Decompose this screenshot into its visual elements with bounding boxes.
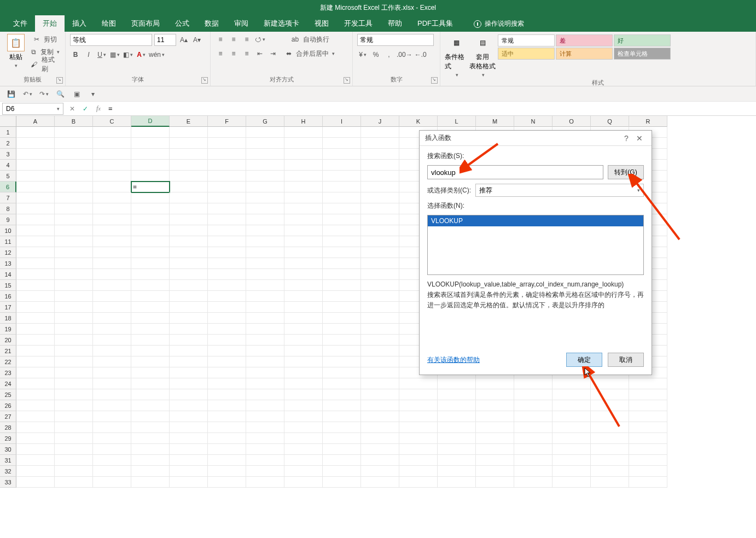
cell[interactable] — [438, 433, 476, 444]
cell[interactable] — [323, 182, 361, 192]
cell[interactable] — [514, 444, 553, 455]
cell[interactable] — [55, 127, 93, 138]
cell[interactable] — [323, 171, 361, 182]
cell[interactable] — [55, 411, 93, 422]
cell[interactable] — [131, 203, 170, 214]
cell[interactable] — [170, 346, 208, 356]
cell[interactable] — [476, 378, 514, 389]
cell[interactable] — [246, 269, 284, 280]
tab-developer[interactable]: 开发工具 — [336, 15, 380, 32]
cell[interactable] — [361, 203, 399, 214]
cell[interactable] — [323, 433, 361, 444]
cell[interactable] — [208, 378, 246, 389]
row-header[interactable]: 10 — [0, 225, 16, 236]
cell[interactable] — [170, 291, 208, 302]
row-header[interactable]: 21 — [0, 346, 16, 356]
cell[interactable] — [323, 302, 361, 313]
cell[interactable] — [284, 171, 323, 182]
cell[interactable] — [323, 313, 361, 324]
align-center-icon[interactable]: ≡ — [228, 48, 239, 59]
cell[interactable] — [553, 422, 591, 433]
row-header[interactable]: 5 — [0, 171, 16, 182]
cell[interactable] — [55, 335, 93, 346]
cell[interactable] — [361, 247, 399, 258]
column-header[interactable]: B — [55, 116, 93, 127]
row-header[interactable]: 11 — [0, 236, 16, 247]
cell[interactable] — [170, 466, 208, 477]
cell[interactable] — [170, 182, 208, 192]
cell[interactable] — [591, 444, 629, 455]
cell[interactable] — [55, 291, 93, 302]
cell[interactable] — [399, 422, 438, 433]
cell[interactable] — [131, 444, 170, 455]
cell[interactable] — [284, 269, 323, 280]
cell[interactable] — [131, 149, 170, 160]
row-header[interactable]: 27 — [0, 411, 16, 422]
underline-button[interactable]: U▾ — [96, 49, 107, 60]
cell[interactable] — [514, 455, 553, 466]
row-header[interactable]: 29 — [0, 433, 16, 444]
cell[interactable] — [438, 466, 476, 477]
cell[interactable] — [16, 291, 55, 302]
cell[interactable] — [591, 433, 629, 444]
cell[interactable] — [399, 389, 438, 400]
cell[interactable] — [514, 477, 553, 488]
cell[interactable] — [93, 367, 131, 378]
cell[interactable] — [16, 236, 55, 247]
row-header[interactable]: 32 — [0, 466, 16, 477]
cell[interactable] — [553, 466, 591, 477]
cell[interactable] — [131, 236, 170, 247]
cell[interactable] — [16, 433, 55, 444]
cell[interactable] — [284, 138, 323, 149]
italic-button[interactable]: I — [83, 49, 94, 60]
row-header[interactable]: 15 — [0, 280, 16, 291]
category-select[interactable]: 推荐▾ — [475, 184, 644, 197]
cell[interactable] — [208, 422, 246, 433]
cell[interactable] — [16, 171, 55, 182]
cell[interactable] — [284, 411, 323, 422]
row-header[interactable]: 13 — [0, 258, 16, 269]
cell[interactable] — [361, 127, 399, 138]
cell[interactable] — [323, 203, 361, 214]
cell[interactable] — [361, 378, 399, 389]
cell[interactable] — [323, 422, 361, 433]
cell[interactable] — [323, 280, 361, 291]
cell[interactable] — [629, 477, 667, 488]
font-size-select[interactable] — [154, 34, 176, 46]
cell[interactable] — [16, 444, 55, 455]
cell[interactable] — [246, 149, 284, 160]
cell[interactable] — [246, 378, 284, 389]
cell[interactable] — [208, 302, 246, 313]
cell[interactable] — [284, 247, 323, 258]
cell[interactable] — [131, 192, 170, 203]
cell[interactable] — [93, 389, 131, 400]
orientation-icon[interactable]: ⭯▾ — [254, 34, 265, 45]
cell[interactable] — [438, 411, 476, 422]
cell[interactable] — [208, 280, 246, 291]
align-top-icon[interactable]: ≡ — [215, 34, 226, 45]
cell[interactable] — [208, 324, 246, 335]
cell[interactable] — [629, 400, 667, 411]
cell[interactable] — [93, 313, 131, 324]
function-help-link[interactable]: 有关该函数的帮助 — [427, 355, 480, 365]
cell[interactable] — [591, 455, 629, 466]
cell[interactable] — [246, 356, 284, 367]
row-header[interactable]: 4 — [0, 160, 16, 171]
cell[interactable] — [476, 466, 514, 477]
column-header[interactable]: G — [246, 116, 284, 127]
column-header[interactable]: Q — [591, 116, 629, 127]
cell[interactable] — [131, 214, 170, 225]
cell[interactable] — [170, 149, 208, 160]
cell[interactable] — [323, 225, 361, 236]
cell[interactable] — [629, 411, 667, 422]
cell[interactable] — [208, 258, 246, 269]
cell[interactable] — [55, 138, 93, 149]
cell[interactable] — [438, 477, 476, 488]
cell[interactable] — [246, 400, 284, 411]
cell[interactable] — [16, 455, 55, 466]
cell[interactable] — [170, 280, 208, 291]
style-neutral[interactable]: 适中 — [498, 48, 555, 60]
cell[interactable] — [16, 225, 55, 236]
cell[interactable] — [170, 477, 208, 488]
cell[interactable] — [246, 203, 284, 214]
